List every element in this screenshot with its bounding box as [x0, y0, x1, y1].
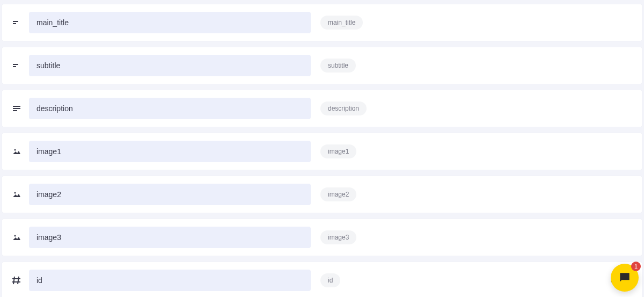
- field-slug-pill: main_title: [320, 16, 363, 30]
- field-slug-pill: subtitle: [320, 59, 356, 73]
- svg-rect-4: [13, 106, 20, 107]
- svg-point-8: [14, 192, 16, 194]
- field-name-input[interactable]: [29, 55, 311, 76]
- field-card: main_title: [2, 4, 642, 41]
- svg-rect-6: [13, 110, 17, 111]
- field-slug-pill: image3: [320, 230, 356, 244]
- field-card: subtitle: [2, 47, 642, 84]
- hash-icon: [12, 276, 21, 285]
- svg-line-10: [13, 277, 14, 284]
- svg-rect-5: [13, 108, 20, 109]
- field-name-input[interactable]: [29, 184, 311, 205]
- svg-point-7: [14, 149, 16, 151]
- field-card: image3: [2, 219, 642, 256]
- field-card: image1: [2, 133, 642, 170]
- field-name-input[interactable]: [29, 270, 311, 291]
- short-text-icon: [12, 18, 21, 27]
- chat-badge: 1: [631, 262, 641, 271]
- field-slug-pill: image1: [320, 144, 356, 158]
- field-slug-pill: description: [320, 102, 367, 115]
- svg-rect-3: [13, 66, 16, 67]
- short-text-icon: [12, 61, 21, 70]
- fields-list: main_title subtitle description: [0, 0, 644, 297]
- svg-rect-0: [13, 21, 18, 22]
- field-name-input[interactable]: [29, 12, 311, 33]
- field-card: description: [2, 90, 642, 127]
- chat-launcher[interactable]: 1: [611, 264, 639, 292]
- field-card-active: id Required? Number: [2, 262, 642, 297]
- field-name-input[interactable]: [29, 141, 311, 162]
- field-name-input[interactable]: [29, 98, 311, 119]
- field-slug-pill: id: [320, 273, 340, 287]
- svg-line-11: [18, 277, 19, 284]
- svg-rect-2: [13, 64, 18, 65]
- svg-point-9: [14, 235, 16, 237]
- field-name-input[interactable]: [29, 227, 311, 248]
- long-text-icon: [12, 104, 21, 113]
- image-icon: [12, 190, 21, 199]
- field-card: image2: [2, 176, 642, 213]
- image-icon: [12, 147, 21, 156]
- svg-rect-1: [13, 23, 16, 24]
- field-slug-pill: image2: [320, 187, 356, 201]
- image-icon: [12, 233, 21, 242]
